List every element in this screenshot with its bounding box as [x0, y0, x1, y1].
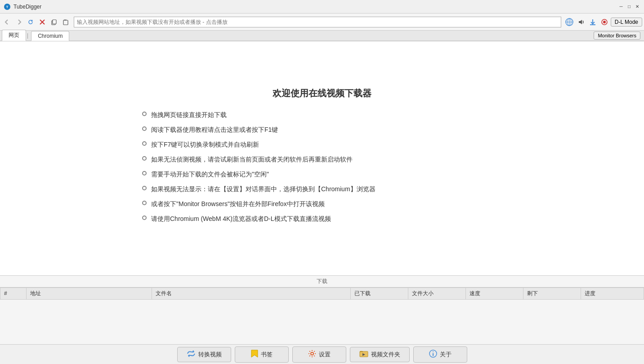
list-item: 请使用Chromium (WebM 4K)流览器或者D-L模式下载直播流视频	[142, 214, 502, 224]
bullet-dot-icon	[142, 186, 147, 190]
title-bar: T TubeDigger ─ □ ✕	[0, 0, 644, 13]
convert-icon	[187, 350, 196, 359]
video-folder-button[interactable]: 视频文件夹	[350, 347, 410, 362]
bottom-toolbar: 转换视频 书签 设置 视频文件夹 关于	[0, 344, 644, 364]
paste-button[interactable]	[60, 17, 71, 27]
about-button[interactable]: 关于	[413, 346, 467, 363]
col-filename-header: 文件名	[152, 288, 351, 299]
bullet-dot-icon	[142, 201, 147, 205]
toolbar: D-L Mode	[0, 13, 644, 31]
record-icon	[599, 17, 610, 27]
list-item: 或者按下"Monitor Browsers"按钮并在外部Firefox中打开该视…	[142, 199, 502, 209]
svg-rect-5	[53, 20, 56, 24]
download-section: 下载 # 地址 文件名 已下载 文件大小 速度 剩下 进度	[0, 275, 644, 345]
settings-label: 设置	[319, 351, 331, 359]
col-remaining-header: 剩下	[523, 288, 581, 299]
col-speed-header: 速度	[466, 288, 523, 299]
address-bar[interactable]	[74, 17, 561, 27]
bullet-dot-icon	[142, 216, 147, 220]
bullet-text: 需要手动开始下载的文件会被标记为"空闲"	[151, 170, 269, 179]
svg-marker-12	[579, 20, 582, 24]
bullet-dot-icon	[142, 126, 147, 131]
bookmarks-button[interactable]: 书签	[235, 346, 289, 363]
col-addr-header: 地址	[27, 288, 152, 299]
bullet-text: 如果无法侦测视频，请尝试刷新当前页面或者关闭软件后再重新启动软件	[151, 155, 353, 164]
dl-mode-button[interactable]: D-L Mode	[611, 18, 642, 27]
svg-text:T: T	[6, 5, 9, 9]
app-title: TubeDigger	[13, 4, 41, 10]
convert-label: 转换视频	[198, 351, 222, 359]
empty-row	[0, 299, 644, 344]
svg-point-22	[433, 351, 434, 352]
col-progress-header: 进度	[581, 288, 644, 299]
bullet-dot-icon	[142, 112, 147, 116]
tab-separator: |	[26, 32, 29, 40]
forward-button[interactable]	[13, 17, 24, 27]
bookmarks-icon	[251, 350, 258, 360]
bullet-dot-icon	[142, 171, 147, 175]
convert-video-button[interactable]: 转换视频	[177, 347, 231, 362]
globe-icon	[564, 17, 575, 27]
video-folder-icon	[359, 350, 368, 359]
main-content: 欢迎使用在线视频下载器 拖拽网页链接直接开始下载阅读下载器使用教程请点击这里或者…	[0, 41, 644, 275]
maximize-button[interactable]: □	[626, 4, 632, 10]
minimize-button[interactable]: ─	[618, 4, 624, 10]
svg-rect-7	[63, 20, 68, 25]
settings-button[interactable]: 设置	[292, 346, 346, 363]
bullet-text: 请使用Chromium (WebM 4K)流览器或者D-L模式下载直播流视频	[151, 214, 331, 224]
list-item: 阅读下载器使用教程请点击这里或者按下F1键	[142, 125, 502, 135]
col-filesize-header: 文件大小	[408, 288, 466, 299]
download-header: 下载	[0, 276, 644, 288]
welcome-panel: 欢迎使用在线视频下载器 拖拽网页链接直接开始下载阅读下载器使用教程请点击这里或者…	[142, 87, 502, 229]
monitor-browsers-button[interactable]: Monitor Browsers	[594, 31, 640, 40]
list-item: 如果视频无法显示：请在【设置】对话界面中，选择切换到【Chromium】浏览器	[142, 184, 502, 194]
video-folder-label: 视频文件夹	[371, 351, 400, 359]
col-num-header: #	[0, 288, 27, 299]
bullet-text: 阅读下载器使用教程请点击这里或者按下F1键	[151, 125, 278, 135]
bullet-dot-icon	[142, 156, 147, 161]
tab-webpage[interactable]: 网页	[2, 30, 26, 41]
window-controls: ─ □ ✕	[618, 4, 640, 10]
download-table: # 地址 文件名 已下载 文件大小 速度 剩下 进度	[0, 288, 644, 345]
download-tbody	[0, 299, 644, 344]
tab-bar: 网页 | Chromium Monitor Browsers	[0, 31, 644, 41]
copy-button[interactable]	[49, 17, 59, 27]
settings-icon	[308, 350, 316, 360]
download-arrow-icon	[587, 17, 598, 27]
bullet-dot-icon	[142, 141, 147, 146]
list-item: 如果无法侦测视频，请尝试刷新当前页面或者关闭软件后再重新启动软件	[142, 155, 502, 164]
list-item: 拖拽网页链接直接开始下载	[142, 110, 502, 120]
close-button[interactable]: ✕	[634, 4, 640, 10]
refresh-button[interactable]	[25, 17, 36, 27]
list-item: 需要手动开始下载的文件会被标记为"空闲"	[142, 170, 502, 179]
svg-point-18	[311, 352, 313, 355]
svg-point-16	[603, 21, 606, 23]
bullet-list: 拖拽网页链接直接开始下载阅读下载器使用教程请点击这里或者按下F1键按下F7键可以…	[142, 110, 502, 224]
svg-marker-17	[251, 350, 258, 357]
bookmarks-label: 书签	[261, 351, 273, 359]
bullet-text: 如果视频无法显示：请在【设置】对话界面中，选择切换到【Chromium】浏览器	[151, 184, 376, 194]
about-label: 关于	[440, 351, 452, 359]
tab-chromium[interactable]: Chromium	[31, 31, 69, 41]
back-button[interactable]	[2, 17, 13, 27]
speaker-icon	[576, 17, 586, 27]
app-icon: T	[4, 3, 11, 10]
bullet-text: 或者按下"Monitor Browsers"按钮并在外部Firefox中打开该视…	[151, 199, 325, 209]
bullet-text: 按下F7键可以切换录制模式并自动刷新	[151, 140, 259, 149]
bullet-text: 拖拽网页链接直接开始下载	[151, 110, 227, 120]
about-icon	[429, 350, 437, 360]
col-downloaded-header: 已下载	[351, 288, 408, 299]
stop-button[interactable]	[37, 17, 48, 27]
list-item: 按下F7键可以切换录制模式并自动刷新	[142, 140, 502, 149]
welcome-title: 欢迎使用在线视频下载器	[142, 87, 502, 99]
